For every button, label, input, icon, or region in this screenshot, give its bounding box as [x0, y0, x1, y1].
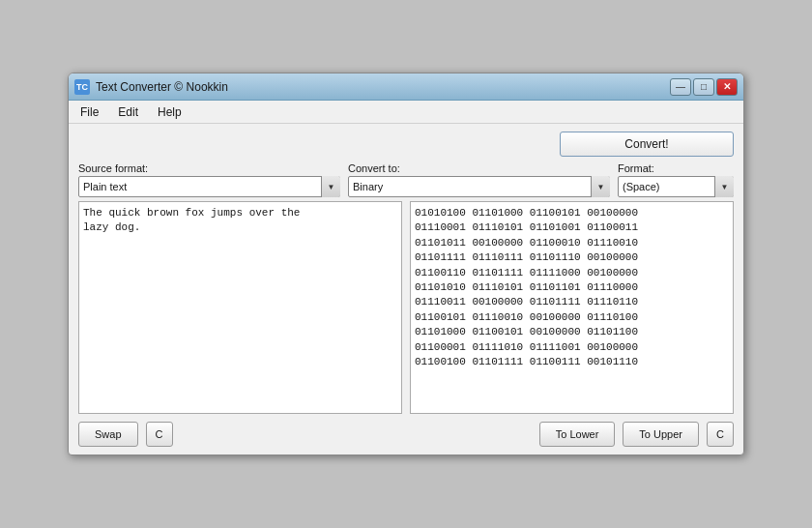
app-icon: TC	[74, 79, 90, 95]
format-select[interactable]: (Space)(None)CommaNewline	[618, 176, 734, 197]
source-format-label: Source format:	[78, 162, 340, 174]
selects-row: Source format: Plain textBinaryHexDecima…	[78, 162, 734, 197]
title-bar: TC Text Converter © Nookkin — □ ✕	[69, 73, 743, 101]
bottom-buttons-row: Swap C To Lower To Upper C	[78, 422, 734, 447]
source-textarea-wrapper	[78, 201, 402, 414]
clear-right-button[interactable]: C	[707, 422, 734, 447]
format-col: Format: (Space)(None)CommaNewline ▼	[618, 162, 734, 197]
clear-left-button[interactable]: C	[146, 422, 173, 447]
swap-button[interactable]: Swap	[78, 422, 138, 447]
to-upper-button[interactable]: To Upper	[623, 422, 699, 447]
source-format-col: Source format: Plain textBinaryHexDecima…	[78, 162, 340, 197]
convert-to-select-wrapper: BinaryPlain textHexDecimalOctalBase64 ▼	[348, 176, 610, 197]
window-title: Text Converter © Nookkin	[96, 80, 228, 94]
source-format-select[interactable]: Plain textBinaryHexDecimalOctalBase64	[78, 176, 340, 197]
title-buttons: — □ ✕	[670, 78, 738, 96]
top-right-area: Convert!	[78, 132, 734, 157]
close-button[interactable]: ✕	[716, 78, 738, 96]
menu-help[interactable]: Help	[150, 103, 189, 121]
to-lower-button[interactable]: To Lower	[539, 422, 616, 447]
text-areas-row	[78, 201, 734, 414]
source-textarea[interactable]	[78, 201, 402, 414]
convert-to-col: Convert to: BinaryPlain textHexDecimalOc…	[348, 162, 610, 197]
menu-bar: File Edit Help	[69, 101, 743, 124]
main-content: Convert! Source format: Plain textBinary…	[69, 124, 743, 455]
output-textarea[interactable]	[410, 201, 734, 414]
convert-to-label: Convert to:	[348, 162, 610, 174]
format-label: Format:	[618, 162, 734, 174]
output-textarea-wrapper	[410, 201, 734, 414]
convert-button[interactable]: Convert!	[560, 132, 734, 157]
format-select-wrapper: (Space)(None)CommaNewline ▼	[618, 176, 734, 197]
menu-file[interactable]: File	[72, 103, 106, 121]
convert-to-select[interactable]: BinaryPlain textHexDecimalOctalBase64	[348, 176, 610, 197]
title-bar-left: TC Text Converter © Nookkin	[74, 79, 228, 95]
source-format-select-wrapper: Plain textBinaryHexDecimalOctalBase64 ▼	[78, 176, 340, 197]
maximize-button[interactable]: □	[693, 78, 714, 96]
minimize-button[interactable]: —	[670, 78, 691, 96]
app-window: TC Text Converter © Nookkin — □ ✕ File E…	[68, 73, 744, 455]
menu-edit[interactable]: Edit	[110, 103, 146, 121]
